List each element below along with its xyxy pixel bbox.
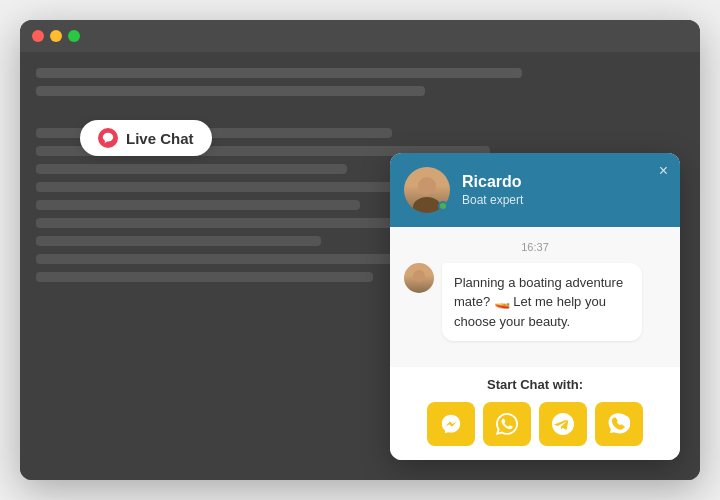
whatsapp-button[interactable]: [483, 402, 531, 446]
chat-popup: Ricardo Boat expert × 16:37 Planning a b…: [390, 153, 680, 461]
browser-window: Live Chat Ricardo Boa: [20, 20, 700, 480]
viber-button[interactable]: [595, 402, 643, 446]
agent-name: Ricardo: [462, 173, 523, 191]
start-chat-label: Start Chat with:: [404, 377, 666, 392]
browser-content: Live Chat Ricardo Boa: [20, 52, 700, 480]
chat-timestamp: 16:37: [404, 241, 666, 253]
svg-point-0: [103, 133, 113, 142]
messenger-button[interactable]: [427, 402, 475, 446]
chat-channel-buttons: [404, 402, 666, 446]
agent-info: Ricardo Boat expert: [462, 173, 523, 207]
chat-header: Ricardo Boat expert ×: [390, 153, 680, 227]
skeleton-content: [36, 68, 684, 96]
chat-body: 16:37 Planning a boating adventure mate?…: [390, 227, 680, 368]
telegram-button[interactable]: [539, 402, 587, 446]
traffic-light-red[interactable]: [32, 30, 44, 42]
traffic-light-yellow[interactable]: [50, 30, 62, 42]
live-chat-icon: [98, 128, 118, 148]
message-avatar: [404, 263, 434, 293]
agent-avatar-wrapper: [404, 167, 450, 213]
chat-message-row: Planning a boating adventure mate? 🚤 Let…: [404, 263, 666, 342]
live-chat-button[interactable]: Live Chat: [80, 120, 212, 156]
chat-bubble: Planning a boating adventure mate? 🚤 Let…: [442, 263, 642, 342]
close-button[interactable]: ×: [659, 163, 668, 179]
online-indicator: [438, 201, 448, 211]
svg-marker-1: [105, 141, 108, 144]
agent-role: Boat expert: [462, 193, 523, 207]
start-chat-section: Start Chat with:: [390, 367, 680, 460]
live-chat-label: Live Chat: [126, 130, 194, 147]
browser-titlebar: [20, 20, 700, 52]
traffic-light-green[interactable]: [68, 30, 80, 42]
